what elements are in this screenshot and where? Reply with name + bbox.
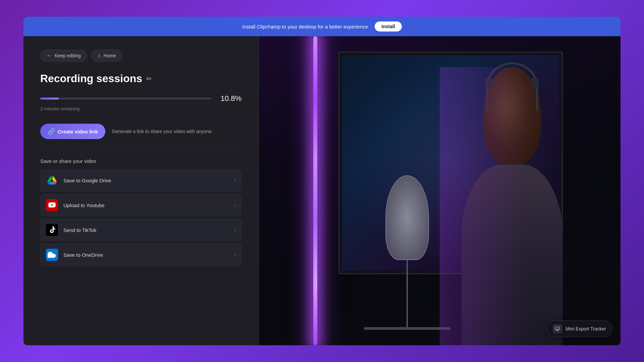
person-silhouette (440, 67, 584, 345)
left-panel: ← Keep editing ⌂ Home Recording sessions… (23, 36, 258, 345)
onedrive-label: Save to OneDrive (63, 252, 229, 258)
tiktok-label: Send to TikTok (63, 227, 229, 233)
microphone (385, 175, 429, 330)
video-preview-panel: Mini Export Tracker (259, 36, 621, 345)
progress-percent: 10.8% (218, 94, 241, 103)
progress-bar-container (40, 98, 211, 100)
progress-row: 10.8% (40, 94, 241, 103)
save-share-label: Save or share your video (40, 158, 241, 164)
tiktok-chevron: › (234, 227, 236, 233)
page-title: Recording sessions (40, 72, 142, 85)
app-container: Install Clipchamp to your desktop for a … (23, 17, 621, 345)
tracker-icon (553, 324, 562, 334)
keep-editing-button[interactable]: ← Keep editing (40, 50, 87, 62)
nav-buttons: ← Keep editing ⌂ Home (40, 50, 241, 62)
youtube-chevron: › (234, 202, 236, 208)
main-content: ← Keep editing ⌂ Home Recording sessions… (23, 36, 621, 345)
home-icon: ⌂ (98, 53, 101, 59)
person-light-effect (440, 67, 584, 345)
google-drive-chevron: › (234, 177, 236, 183)
section-divider (40, 150, 241, 150)
microphone-stand (407, 260, 408, 327)
home-label: Home (104, 53, 116, 58)
google-drive-label: Save to Google Drive (63, 178, 229, 183)
share-options-list: Save to Google Drive › Upload to Youtube… (40, 169, 241, 268)
onedrive-icon (46, 249, 58, 261)
youtube-option[interactable]: Upload to Youtube › (40, 194, 241, 216)
install-banner: Install Clipchamp to your desktop for a … (23, 17, 621, 36)
progress-time: 2 minutes remaining (40, 106, 79, 111)
progress-bar-fill (40, 98, 59, 100)
google-drive-option[interactable]: Save to Google Drive › (40, 169, 241, 191)
studio-scene: Mini Export Tracker (259, 36, 621, 345)
svg-rect-3 (556, 330, 559, 330)
keep-editing-label: Keep editing (55, 53, 81, 58)
link-icon: 🔗 (48, 128, 55, 135)
youtube-label: Upload to Youtube (63, 202, 229, 208)
create-video-link-button[interactable]: 🔗 Create video link (40, 124, 105, 139)
mini-tracker-label: Mini Export Tracker (566, 326, 606, 331)
edit-icon[interactable]: ✏ (146, 75, 152, 83)
onedrive-chevron: › (234, 252, 236, 258)
progress-section: 10.8% 2 minutes remaining (40, 94, 241, 112)
home-button[interactable]: ⌂ Home (91, 50, 122, 62)
page-title-row: Recording sessions ✏ (40, 72, 241, 85)
create-link-description: Generate a link to share your video with… (112, 129, 213, 134)
tiktok-option[interactable]: Send to TikTok › (40, 219, 241, 241)
svg-rect-2 (556, 330, 558, 331)
youtube-icon (46, 199, 58, 211)
microphone-head (385, 175, 429, 260)
neon-light-strip (313, 36, 317, 345)
microphone-base (364, 327, 451, 330)
onedrive-option[interactable]: Save to OneDrive › (40, 244, 241, 266)
arrow-left-icon: ← (47, 53, 52, 59)
install-button[interactable]: Install (375, 21, 401, 32)
create-link-section: 🔗 Create video link Generate a link to s… (40, 124, 241, 139)
create-link-label: Create video link (58, 129, 98, 134)
mini-export-tracker[interactable]: Mini Export Tracker (546, 320, 612, 337)
banner-text: Install Clipchamp to your desktop for a … (242, 24, 368, 29)
google-drive-icon (46, 174, 58, 186)
tiktok-icon (46, 224, 58, 236)
svg-rect-1 (555, 327, 559, 329)
